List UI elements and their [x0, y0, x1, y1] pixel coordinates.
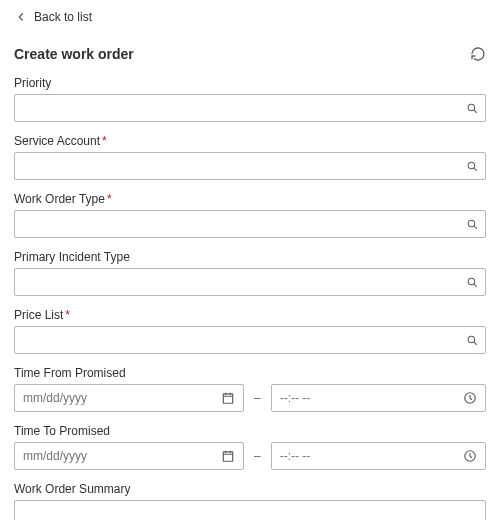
search-icon [466, 160, 479, 173]
primary-incident-type-lookup[interactable] [14, 268, 486, 296]
work-order-type-lookup[interactable] [14, 210, 486, 238]
time-from-date-box[interactable] [14, 384, 244, 412]
primary-incident-type-label: Primary Incident Type [14, 250, 486, 264]
page-title: Create work order [14, 46, 134, 62]
arrow-left-icon [14, 10, 28, 24]
refresh-icon [470, 46, 486, 62]
svg-point-1 [468, 162, 475, 169]
priority-label: Priority [14, 76, 486, 90]
time-to-date-picker-button[interactable] [219, 449, 237, 463]
priority-input[interactable] [15, 95, 459, 121]
priority-search-button[interactable] [459, 102, 485, 115]
required-marker: * [65, 308, 70, 322]
search-icon [466, 276, 479, 289]
primary-incident-type-input[interactable] [15, 269, 459, 295]
time-from-time-box[interactable] [271, 384, 486, 412]
required-marker: * [107, 192, 112, 206]
summary-field: Work Order Summary [14, 482, 486, 520]
clock-icon [463, 391, 477, 405]
time-from-separator: – [252, 391, 263, 405]
work-order-type-field: Work Order Type* [14, 192, 486, 238]
time-from-field: Time From Promised – [14, 366, 486, 412]
priority-field: Priority [14, 76, 486, 122]
priority-lookup[interactable] [14, 94, 486, 122]
search-icon [466, 218, 479, 231]
time-to-date-box[interactable] [14, 442, 244, 470]
price-list-label: Price List* [14, 308, 486, 322]
service-account-label: Service Account* [14, 134, 486, 148]
refresh-button[interactable] [470, 46, 486, 62]
service-account-lookup[interactable] [14, 152, 486, 180]
header-row: Create work order [14, 46, 486, 62]
time-from-time-picker-button[interactable] [461, 391, 479, 405]
svg-point-2 [468, 220, 475, 227]
work-order-type-search-button[interactable] [459, 218, 485, 231]
svg-rect-7 [223, 452, 232, 461]
summary-textarea[interactable] [14, 500, 486, 520]
calendar-icon [221, 449, 235, 463]
time-to-time-box[interactable] [271, 442, 486, 470]
svg-point-3 [468, 278, 475, 285]
calendar-icon [221, 391, 235, 405]
service-account-input[interactable] [15, 153, 459, 179]
time-to-time-input[interactable] [280, 449, 461, 463]
price-list-lookup[interactable] [14, 326, 486, 354]
time-from-label: Time From Promised [14, 366, 486, 380]
svg-point-0 [468, 104, 475, 111]
required-marker: * [102, 134, 107, 148]
price-list-input[interactable] [15, 327, 459, 353]
price-list-search-button[interactable] [459, 334, 485, 347]
time-to-date-input[interactable] [23, 449, 219, 463]
work-order-type-input[interactable] [15, 211, 459, 237]
back-label: Back to list [34, 10, 92, 24]
primary-incident-type-search-button[interactable] [459, 276, 485, 289]
time-from-date-picker-button[interactable] [219, 391, 237, 405]
time-to-field: Time To Promised – [14, 424, 486, 470]
work-order-type-label: Work Order Type* [14, 192, 486, 206]
time-to-label: Time To Promised [14, 424, 486, 438]
time-to-separator: – [252, 449, 263, 463]
service-account-field: Service Account* [14, 134, 486, 180]
back-to-list-link[interactable]: Back to list [14, 10, 92, 24]
price-list-field: Price List* [14, 308, 486, 354]
clock-icon [463, 449, 477, 463]
primary-incident-type-field: Primary Incident Type [14, 250, 486, 296]
svg-point-4 [468, 336, 475, 343]
time-from-date-input[interactable] [23, 391, 219, 405]
service-account-search-button[interactable] [459, 160, 485, 173]
summary-label: Work Order Summary [14, 482, 486, 496]
time-from-time-input[interactable] [280, 391, 461, 405]
search-icon [466, 102, 479, 115]
svg-rect-5 [223, 394, 232, 403]
search-icon [466, 334, 479, 347]
time-to-time-picker-button[interactable] [461, 449, 479, 463]
